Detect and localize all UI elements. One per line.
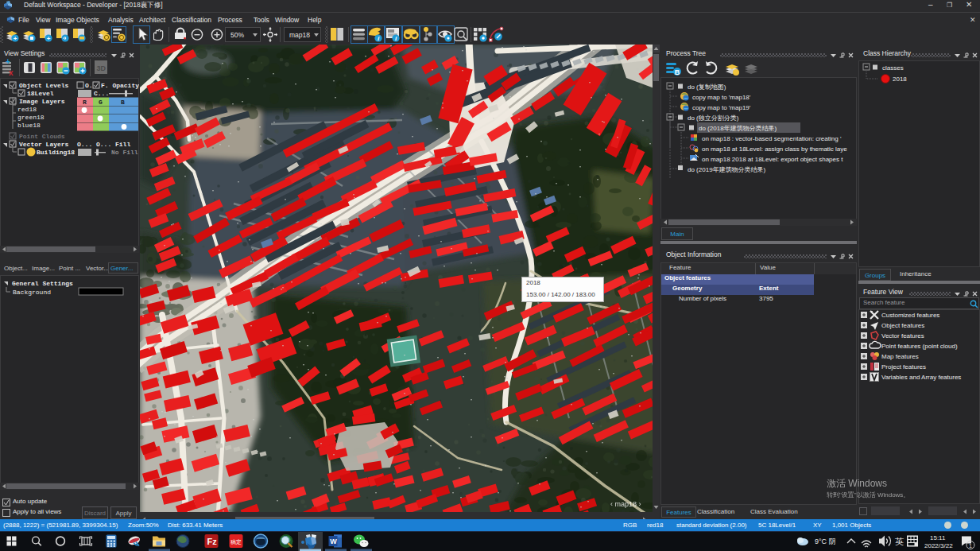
svg-text:do (2018年建筑物分类结果): do (2018年建筑物分类结果) [699,125,777,132]
svg-text:do (2019年建筑物分类结果): do (2019年建筑物分类结果) [688,166,766,173]
svg-text:copy map to 'map18': copy map to 'map18' [692,94,751,101]
svg-text:Fill: Fill [115,141,130,148]
svg-text:Variables and Array features: Variables and Array features [881,374,961,381]
svg-text:Map features: Map features [881,353,919,360]
svg-text:No Fill: No Fill [111,149,138,156]
svg-text:+: + [14,35,17,42]
svg-text:Image Layers: Image Layers [19,98,65,105]
svg-text:red18: red18 [17,106,37,113]
svg-text:classes: classes [882,64,904,72]
svg-text:9°C 阴: 9°C 阴 [815,537,836,545]
svg-text:18Level: 18Level [27,90,54,97]
svg-text:blue18: blue18 [17,122,41,129]
svg-text:Point Clouds: Point Clouds [19,133,65,140]
svg-text:W: W [330,537,337,545]
svg-text:O... O...: O... O... [77,141,111,148]
svg-text:Project features: Project features [881,363,926,371]
svg-text:General Settings: General Settings [12,280,73,287]
svg-text:B: B [121,99,125,106]
svg-text:do (复制地图): do (复制地图) [688,83,726,91]
svg-text:map18: map18 [289,31,310,39]
svg-text:C...: C... [94,90,109,97]
svg-text:Object features: Object features [881,322,924,329]
svg-text:‹ map18 ›: ‹ map18 › [610,500,641,508]
svg-text:on map18 at 18Level: assign cl: on map18 at 18Level: assign class by the… [702,146,847,153]
svg-text:Vector features: Vector features [881,332,924,340]
svg-text:green18: green18 [17,114,45,121]
svg-text:稿定: 稿定 [230,539,242,545]
svg-text:Object Levels: Object Levels [19,82,69,89]
svg-text:x: x [9,68,14,77]
svg-text:50%: 50% [230,31,244,39]
svg-text:copy map to 'map19': copy map to 'map19' [692,104,751,111]
svg-text:2022/3/22: 2022/3/22 [924,542,953,549]
svg-text:F. Opacity: F. Opacity [101,82,139,89]
svg-text:G: G [99,99,103,106]
svg-text:3D: 3D [97,64,107,72]
svg-text:Point features (point cloud): Point features (point cloud) [881,343,958,350]
svg-text:Vector Layers: Vector Layers [19,141,69,148]
svg-text:15:11: 15:11 [930,534,946,541]
svg-text:O.: O. [85,82,93,89]
svg-text:2018: 2018 [893,76,907,83]
svg-text:1: 1 [969,542,973,549]
svg-text:Customized features: Customized features [881,312,939,319]
svg-text:+: + [6,57,10,66]
svg-text:on map18 2018 at 18Level: expo: on map18 2018 at 18Level: export object … [702,156,843,163]
svg-text:Background: Background [13,289,51,296]
svg-text:B: B [675,68,680,76]
svg-text:Building18: Building18 [37,149,75,156]
svg-text:Fz: Fz [207,537,218,546]
svg-text:英: 英 [895,537,904,546]
svg-text:+: + [47,35,51,42]
svg-text:R: R [83,99,87,106]
svg-text:on map18 : vector-based segmen: on map18 : vector-based segmentation: cr… [702,135,842,142]
svg-text:do (独立分割分类): do (独立分割分类) [688,114,739,122]
